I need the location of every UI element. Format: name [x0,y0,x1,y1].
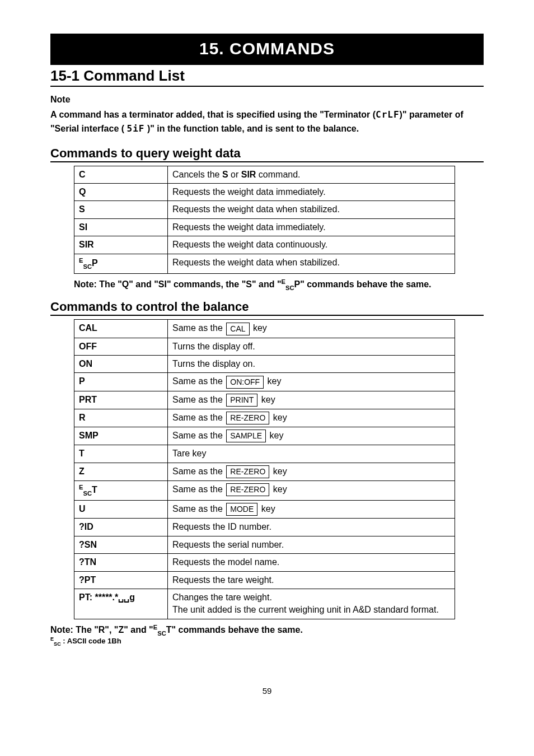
table-row: PT: *****.*␣␣gChanges the tare weight.Th… [74,589,455,619]
control-note-line2: ESC : ASCII code 1Bh [50,636,484,647]
description-cell: Requests the weight data continuously. [168,236,455,254]
command-cell: SMP [74,427,168,445]
command-cell: Q [74,183,168,200]
table-row: SIRequests the weight data immediately. [74,218,455,236]
table-row: TTare key [74,445,455,463]
description-cell: Requests the weight data when stabilized… [168,201,455,218]
chapter-title: COMMANDS [229,39,335,58]
command-cell: U [74,501,168,519]
description-cell: Same as the CAL key [168,320,455,338]
note-heading: Note [50,95,484,105]
command-cell: ESCT [74,481,168,501]
command-cell: T [74,445,168,463]
table-row: CALSame as the CAL key [74,320,455,338]
description-cell: Same as the PRINT key [168,391,455,409]
query-section-title: Commands to query weight data [50,146,484,162]
section-number: 15-1 [50,67,79,84]
command-cell: S [74,201,168,218]
description-cell: Turns the display on. [168,355,455,372]
command-cell: PRT [74,391,168,409]
table-row: ONTurns the display on. [74,355,455,372]
table-row: CCancels the S or SIR command. [74,166,455,183]
description-cell: Cancels the S or SIR command. [168,166,455,183]
note-paragraph: A command has a terminator added, that i… [50,108,484,136]
description-cell: Same as the SAMPLE key [168,427,455,445]
control-note-line1: Note: The "R", "Z" and "ESCT" commands b… [50,624,484,637]
control-table-body: CALSame as the CAL keyOFFTurns the displ… [74,320,455,619]
table-row: SIRRequests the weight data continuously… [74,236,455,254]
query-commands-table: CCancels the S or SIR command.QRequests … [74,166,455,274]
description-cell: Requests the serial number. [168,536,455,553]
section-title: 15-1 Command List [50,67,484,87]
description-cell: Turns the display off. [168,338,455,355]
description-cell: Same as the ON:OFF key [168,373,455,391]
table-row: ESCTSame as the RE-ZERO key [74,481,455,501]
note-text-c: )" in the function table, and is sent to… [147,124,359,133]
description-cell: Requests the model name. [168,554,455,571]
table-row: SRequests the weight data when stabilize… [74,201,455,218]
chapter-number: 15. [199,39,224,58]
page-number: 59 [50,686,484,696]
command-cell: Z [74,463,168,480]
description-cell: Requests the ID number. [168,519,455,536]
table-row: SMPSame as the SAMPLE key [74,427,455,445]
command-cell: R [74,409,168,427]
sif-code: 5iF [127,123,145,134]
command-cell: ON [74,355,168,372]
description-cell: Requests the weight data immediately. [168,183,455,200]
table-row: ?PTRequests the tare weight. [74,571,455,589]
terminator-code: CrLF [376,109,400,120]
command-cell: ?SN [74,536,168,553]
table-row: PRTSame as the PRINT key [74,391,455,409]
command-cell: ?ID [74,519,168,536]
command-cell: OFF [74,338,168,355]
command-cell: SIR [74,236,168,254]
chapter-banner: 15. COMMANDS [50,34,484,65]
control-note: Note: The "R", "Z" and "ESCT" commands b… [50,624,484,647]
table-row: USame as the MODE key [74,501,455,519]
description-cell: Requests the tare weight. [168,571,455,589]
description-cell: Requests the weight data immediately. [168,218,455,236]
query-table-body: CCancels the S or SIR command.QRequests … [74,166,455,273]
note-text-a: A command has a terminator added, that i… [50,110,376,119]
command-cell: PT: *****.*␣␣g [74,589,168,619]
command-cell: SI [74,218,168,236]
description-cell: Same as the MODE key [168,501,455,519]
table-row: QRequests the weight data immediately. [74,183,455,200]
table-row: ?SNRequests the serial number. [74,536,455,553]
description-cell: Requests the weight data when stabilized… [168,254,455,273]
section-name: Command List [83,67,185,84]
control-commands-table: CALSame as the CAL keyOFFTurns the displ… [74,319,455,619]
description-cell: Same as the RE-ZERO key [168,409,455,427]
table-row: ?IDRequests the ID number. [74,519,455,536]
command-cell: P [74,373,168,391]
command-cell: ?PT [74,571,168,589]
command-cell: C [74,166,168,183]
table-row: ?TNRequests the model name. [74,554,455,571]
table-row: RSame as the RE-ZERO key [74,409,455,427]
query-note: Note: The "Q" and "SI" commands, the "S"… [74,278,484,291]
command-cell: CAL [74,320,168,338]
table-row: OFFTurns the display off. [74,338,455,355]
table-row: ZSame as the RE-ZERO key [74,463,455,480]
control-section-title: Commands to control the balance [50,300,484,316]
command-cell: ?TN [74,554,168,571]
table-row: PSame as the ON:OFF key [74,373,455,391]
description-cell: Tare key [168,445,455,463]
description-cell: Changes the tare weight.The unit added i… [168,589,455,619]
description-cell: Same as the RE-ZERO key [168,463,455,480]
description-cell: Same as the RE-ZERO key [168,481,455,501]
table-row: ESCPRequests the weight data when stabil… [74,254,455,273]
command-cell: ESCP [74,254,168,273]
